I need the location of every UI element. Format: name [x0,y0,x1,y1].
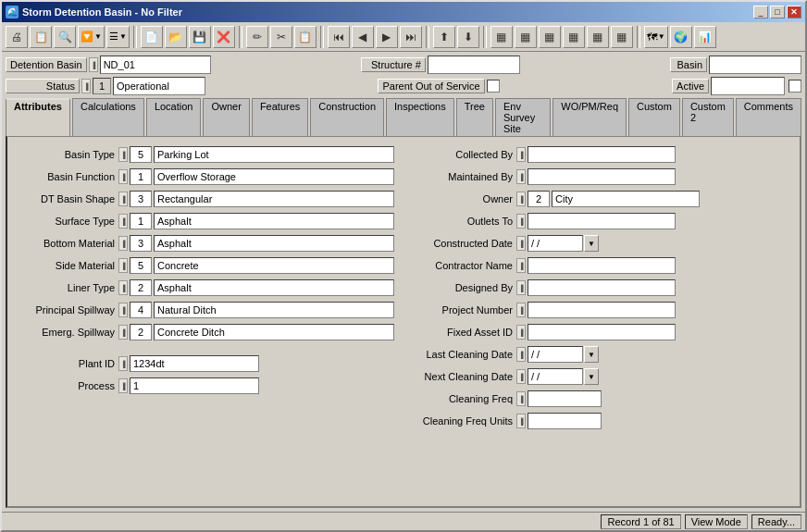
value-Basin Function: Overflow Storage [154,168,394,185]
filter-dropdown[interactable]: 🔽▼ [78,26,105,48]
right-label-Outlets To: Outlets To [413,216,515,227]
input-Fixed Asset ID[interactable] [528,324,676,340]
detention-basin-label: Detention Basin [6,57,87,72]
status-lock: ▐ [81,79,91,93]
lock-Liner Type: ▐ [118,280,128,295]
lock-Principal Spillway: ▐ [118,303,128,317]
tab-attributes[interactable]: Attributes [6,98,70,136]
left-row-side-material: Side Material ▐ 5 Concrete [15,255,394,276]
lock-Bottom Material: ▐ [118,236,128,251]
grid3-button[interactable]: ▦ [539,26,561,48]
tabs-container: AttributesCalculationsLocationOwnerFeatu… [6,98,801,136]
toolbar: 🖨 📋 🔍 🔽▼ ☰▼ 📄 📂 💾 ❌ ✏ ✂ 📋 ⏮ ◀ ▶ ⏭ ⬆ ⬇ ▦ … [2,22,805,52]
grid4-button[interactable]: ▦ [563,26,585,48]
input-Project Number[interactable] [528,302,676,318]
input-Designed By[interactable] [528,279,676,296]
tab-custom-2[interactable]: Custom 2 [682,98,734,136]
date-input-Last Cleaning Date[interactable] [528,346,583,363]
input-Collected By[interactable] [528,146,676,163]
close-button[interactable]: ✕ [787,6,801,19]
lock-Process: ▐ [118,378,128,393]
left-row-dt-basin-shape: DT Basin Shape ▐ 3 Rectangular [15,189,394,209]
input-Maintained By[interactable] [528,168,676,185]
parent-out-checkbox[interactable] [487,80,500,93]
input-Contractor Name[interactable] [528,257,676,274]
lock-Plant ID: ▐ [118,356,128,371]
date-input-Constructed Date[interactable] [528,235,583,252]
tab-tree[interactable]: Tree [456,98,493,136]
last-button[interactable]: ⏭ [400,26,422,48]
minimize-button[interactable]: _ [753,6,768,19]
input-Cleaning Freq Units[interactable] [528,413,602,429]
edit-button[interactable]: ✏ [246,26,268,48]
save-button[interactable]: 💾 [189,26,211,48]
label-Emerg. Spillway: Emerg. Spillway [15,327,117,338]
grid6-button[interactable]: ▦ [611,26,633,48]
aerial-button[interactable]: 🌍 [670,26,692,48]
tab-env-survey-site[interactable]: Env Survey Site [495,98,551,136]
map-dropdown[interactable]: 🗺▼ [644,26,668,48]
code-Surface Type: 1 [130,213,152,229]
date-input-Next Cleaning Date[interactable] [528,368,583,385]
label-Liner Type: Liner Type [15,282,117,293]
active-input[interactable] [711,77,785,95]
label-Bottom Material: Bottom Material [15,238,117,249]
right-row-cleaning-freq-units: Cleaning Freq Units ▐ [413,411,792,431]
paste-button[interactable]: 📋 [294,26,317,48]
label-Principal Spillway: Principal Spillway [15,304,117,315]
down-button[interactable]: ⬇ [457,26,479,48]
lock-Basin Type: ▐ [118,147,128,162]
first-button[interactable]: ⏮ [328,26,350,48]
tabs: AttributesCalculationsLocationOwnerFeatu… [6,98,801,136]
open-button[interactable]: 📂 [165,26,187,48]
basin-label: Basin [670,57,707,72]
detention-basin-input[interactable] [100,56,211,74]
input-Owner[interactable] [552,191,700,207]
input-Plant ID[interactable] [130,355,259,372]
tab-comments[interactable]: Comments [736,98,801,136]
new-button[interactable]: 📄 [141,26,163,48]
maximize-button[interactable]: □ [770,6,785,19]
tab-custom[interactable]: Custom [628,98,680,136]
left-bottom-row-process: Process ▐ [15,376,394,396]
grid5-button[interactable]: ▦ [587,26,609,48]
tab-location[interactable]: Location [146,98,202,136]
structure-label: Structure # [361,57,426,72]
tab-inspections[interactable]: Inspections [386,98,454,136]
tab-owner[interactable]: Owner [203,98,249,136]
structure-input[interactable] [428,56,520,74]
view-dropdown[interactable]: ☰▼ [106,26,130,48]
tab-construction[interactable]: Construction [310,98,384,136]
date-dropdown-Constructed Date[interactable]: ▼ [584,235,599,252]
code-DT Basin Shape: 3 [130,191,152,207]
up-button[interactable]: ⬆ [433,26,455,48]
cut-button[interactable]: ✂ [270,26,292,48]
input-Outlets To[interactable] [528,213,676,229]
date-dropdown-Next Cleaning Date[interactable]: ▼ [584,368,599,385]
next-button[interactable]: ▶ [376,26,398,48]
basin-input[interactable] [709,56,801,74]
lock-Constructed Date: ▐ [516,236,526,251]
tab-calculations[interactable]: Calculations [72,98,144,136]
left-row-principal-spillway: Principal Spillway ▐ 4 Natural Ditch [15,300,394,320]
left-row-surface-type: Surface Type ▐ 1 Asphalt [15,211,394,231]
active-checkbox[interactable] [788,80,801,93]
status-input[interactable] [113,77,205,95]
input-Cleaning Freq[interactable] [528,390,602,407]
status-code: 1 [93,78,111,94]
report-button[interactable]: 📊 [694,26,716,48]
date-dropdown-Last Cleaning Date[interactable]: ▼ [584,346,599,363]
grid2-button[interactable]: ▦ [515,26,537,48]
left-spacer [15,344,394,352]
find-button[interactable]: 🔍 [54,26,76,48]
delete-button[interactable]: ❌ [213,26,235,48]
tab-wo-pm-req[interactable]: WO/PM/Req [552,98,627,136]
prev-button[interactable]: ◀ [352,26,374,48]
left-row-basin-type: Basin Type ▐ 5 Parking Lot [15,144,394,165]
input-Process[interactable] [130,377,259,394]
print-button[interactable]: 🖨 [6,26,28,48]
tab-features[interactable]: Features [252,98,308,136]
label-DT Basin Shape: DT Basin Shape [15,193,117,204]
copy-button[interactable]: 📋 [30,26,52,48]
grid1-button[interactable]: ▦ [490,26,513,48]
